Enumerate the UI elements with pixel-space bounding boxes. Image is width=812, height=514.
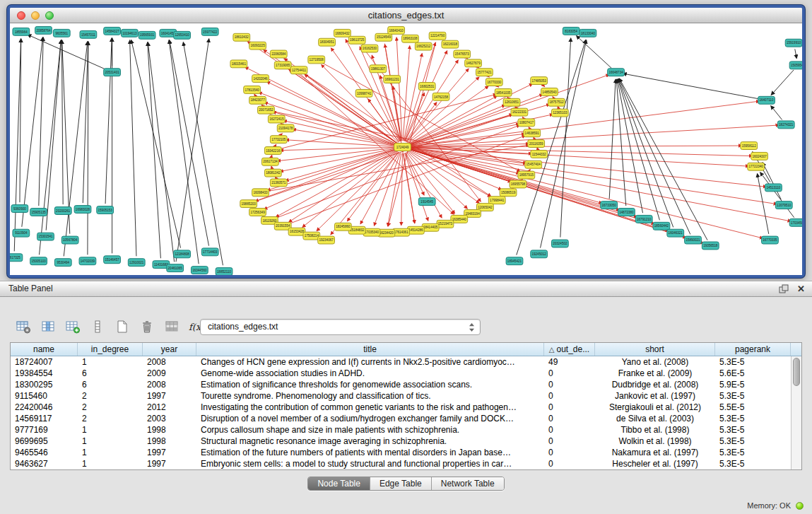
graph-node[interactable]: 19342216 [264, 147, 281, 155]
table-row[interactable]: 946554611997Estimation of the future num… [11, 447, 791, 458]
graph-node[interactable]: 19234067 [318, 236, 335, 244]
graph-node[interactable]: 17319065 [274, 62, 291, 69]
graph-node[interactable]: 18133040 [579, 29, 596, 37]
graph-node[interactable]: 19356518 [702, 242, 719, 250]
graph-node[interactable]: 14702039 [79, 257, 96, 265]
graph-node[interactable]: 14872380 [618, 209, 635, 216]
graph-node[interactable]: 15124549 [375, 33, 392, 41]
graph-node[interactable]: 16407110 [758, 96, 775, 104]
graph-node[interactable]: 15086519 [500, 189, 517, 197]
table-row[interactable]: 1830029562008Estimation of significance … [11, 379, 791, 390]
graph-node[interactable]: 15457011 [80, 30, 97, 38]
graph-node[interactable]: 15919910 [785, 39, 802, 47]
graph-node[interactable]: 16024307 [751, 152, 768, 160]
graph-node[interactable]: 20200261 [54, 207, 71, 215]
window-close-button[interactable] [17, 11, 25, 20]
table-row[interactable]: 2242004622012Investigating the contribut… [11, 402, 791, 413]
graph-node[interactable]: 15905153 [97, 206, 114, 214]
graph-node[interactable]: 14513110 [765, 184, 782, 192]
column-header-title[interactable]: title [196, 343, 544, 356]
graph-node[interactable]: 21360571 [270, 179, 287, 187]
graph-node[interactable]: 15457404 [525, 160, 542, 168]
table-row[interactable]: 1872400712008Changes of HCN gene express… [11, 356, 791, 368]
table-selector-dropdown[interactable]: citations_edges.txt [200, 319, 481, 335]
network-view[interactable]: 1724049186104321609322522060584180154611… [10, 23, 802, 275]
graph-node[interactable]: 16216018 [442, 40, 459, 48]
graph-node[interactable]: 16640410 [388, 26, 405, 34]
graph-node[interactable]: 18414405 [422, 223, 439, 231]
column-header-short[interactable]: short [595, 343, 715, 356]
graph-node[interactable]: 19885203 [240, 200, 257, 208]
graph-node[interactable]: 16770335 [762, 236, 779, 244]
tab-node-table[interactable]: Node Table [308, 477, 370, 490]
graph-node[interactable]: 9110904 [13, 229, 30, 237]
window-zoom-button[interactable] [45, 11, 54, 20]
graph-node[interactable]: 18245860 [334, 223, 351, 230]
graph-node[interactable]: 20071652 [258, 106, 275, 114]
graph-node[interactable]: 18274321 [777, 121, 794, 129]
graph-node[interactable]: 19565931 [139, 31, 155, 39]
graph-node[interactable]: 17508214 [303, 232, 320, 240]
graph-node[interactable]: 18963108 [402, 35, 419, 42]
graph-node[interactable]: 16162530 [361, 45, 378, 52]
table-row[interactable]: 977716911998Corpus callosum shape and si… [11, 424, 791, 436]
graph-node[interactable]: 20116359 [528, 140, 545, 148]
table-row[interactable]: 911546021997Tourette syndrome. Phenomeno… [11, 390, 791, 402]
memory-indicator[interactable] [796, 502, 804, 510]
graph-node[interactable]: 19861307 [370, 65, 387, 73]
graph-node[interactable]: 12214790 [429, 32, 446, 40]
graph-node[interactable]: 17722340 [748, 163, 765, 170]
graph-node[interactable]: 18757512 [548, 98, 565, 106]
graph-node[interactable]: 16046321 [667, 229, 684, 237]
graph-node[interactable]: 10567804 [61, 236, 78, 244]
graph-node[interactable]: 16344560 [191, 267, 208, 274]
graph-node[interactable]: 18957915 [518, 171, 535, 179]
new-table-icon[interactable] [113, 317, 131, 336]
graph-node[interactable]: 16098433 [252, 189, 269, 197]
graph-node[interactable]: 12365103 [551, 109, 568, 117]
graph-node[interactable]: 16802531 [418, 83, 435, 90]
graph-node[interactable]: 15301541 [37, 233, 54, 240]
graph-node[interactable]: 17485053 [531, 77, 548, 85]
graph-node[interactable]: 22060584 [270, 50, 287, 58]
graph-node[interactable]: 18852110 [216, 268, 233, 275]
graph-node[interactable]: 18304951 [319, 38, 336, 46]
graph-node[interactable]: 16222331 [511, 108, 528, 116]
graph-node[interactable]: 16770330 [486, 78, 502, 86]
tab-network-table[interactable]: Network Table [432, 477, 504, 490]
graph-node[interactable]: 17732105 [270, 136, 287, 144]
show-columns-icon[interactable] [39, 317, 57, 336]
graph-node[interactable]: 1914545 [418, 198, 435, 206]
graph-node[interactable]: 16234420 [378, 229, 395, 237]
column-header-out-de-[interactable]: △out_de... [544, 343, 595, 356]
graph-node[interactable]: 17614361 [393, 228, 410, 236]
graph-node[interactable]: 15890021 [685, 236, 702, 244]
table-scrollbar[interactable] [791, 356, 801, 469]
column-settings-icon[interactable] [14, 317, 33, 336]
column-header-name[interactable]: name [11, 343, 78, 356]
graph-node[interactable]: 18015461 [230, 60, 247, 68]
graph-node[interactable]: 10998741 [355, 89, 372, 97]
tab-edge-table[interactable]: Edge Table [370, 477, 432, 490]
graph-node[interactable]: 16648734 [608, 69, 625, 76]
table-row[interactable]: 946362711997Embryonic stem cells: a mode… [11, 458, 791, 469]
graph-node[interactable]: 16809432 [334, 29, 351, 37]
graph-node[interactable]: 16983028 [74, 206, 91, 214]
graph-node[interactable]: 17256349 [249, 209, 266, 216]
graph-node[interactable]: 14762158 [433, 93, 449, 100]
graph-node[interactable]: 16961231 [384, 76, 401, 83]
graph-node[interactable]: 15476573 [454, 50, 471, 58]
graph-node[interactable]: 21094178 [277, 124, 294, 132]
graph-node[interactable]: 15777421 [476, 69, 493, 76]
graph-node[interactable]: 15977422 [201, 28, 218, 35]
graph-node[interactable]: 9360900 [11, 205, 28, 213]
graph-node[interactable]: 20858764 [35, 26, 52, 34]
graph-node[interactable]: 16625212 [415, 42, 432, 50]
graph-node[interactable]: 8183054 [563, 27, 579, 35]
graph-node[interactable]: 17034503 [789, 218, 802, 226]
table-row[interactable]: 1456911722003Disruption of a novel membe… [11, 413, 791, 424]
graph-node[interactable]: 16955798 [510, 180, 526, 188]
table-row[interactable]: 969969511998Structural magnetic resonanc… [11, 436, 791, 447]
graph-node[interactable]: 14202046 [252, 75, 269, 83]
graph-node[interactable]: 20461065 [167, 264, 184, 272]
